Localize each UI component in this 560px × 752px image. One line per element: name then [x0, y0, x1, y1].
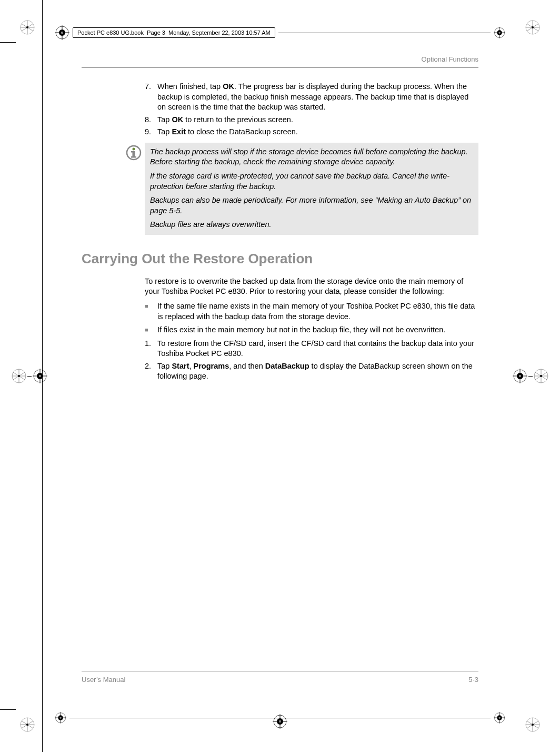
svg-rect-22 — [131, 151, 133, 153]
bullet-text: If the same file name exists in the main… — [157, 301, 478, 322]
note-para: If the storage card is write-protected, … — [150, 171, 473, 192]
page-content: Optional Functions 7. When finished, tap… — [82, 55, 478, 678]
registration-mark-icon — [525, 717, 540, 732]
bullet-icon: ■ — [145, 301, 157, 322]
print-header-box: Pocket PC e830 UG.book Page 3 Monday, Se… — [73, 27, 275, 38]
step-text: Tap OK to return to the previous screen. — [157, 115, 478, 125]
registration-mark-icon — [55, 25, 69, 40]
page-footer: User’s Manual 5-3 — [82, 671, 478, 684]
footer-rule — [69, 718, 491, 718]
step-item: 1. To restore from the CF/SD card, inser… — [145, 339, 478, 359]
step-item: 7. When finished, tap OK. The progress b… — [145, 82, 478, 113]
registration-mark-icon — [20, 20, 35, 35]
mid-right-marks — [513, 369, 548, 383]
registration-mark-icon — [494, 712, 505, 724]
info-icon — [126, 143, 145, 235]
print-header-bar: Pocket PC e830 UG.book Page 3 Monday, Se… — [55, 25, 505, 40]
crop-line — [42, 736, 43, 752]
step-number: 8. — [145, 115, 157, 125]
bullet-icon: ■ — [145, 325, 157, 335]
step-text: To restore from the CF/SD card, insert t… — [157, 339, 478, 359]
step-text: Tap Start, Programs, and then DataBackup… — [157, 361, 478, 382]
print-footer-bar — [55, 712, 505, 724]
registration-mark-icon — [513, 369, 527, 383]
note-para: Backups can also be made periodically. F… — [150, 195, 473, 216]
header-rule — [278, 33, 491, 33]
registration-mark-icon — [534, 369, 548, 383]
book-title: Pocket PC e830 UG.book — [77, 29, 144, 36]
date-time: Monday, September 22, 2003 10:57 AM — [168, 29, 271, 36]
footer-right: 5-3 — [468, 676, 478, 684]
section-heading: Carrying Out the Restore Operation — [82, 250, 478, 268]
registration-mark-icon — [494, 27, 505, 38]
step-item: 8. Tap OK to return to the previous scre… — [145, 115, 478, 125]
note-para: Backup files are always overwritten. — [150, 220, 473, 230]
step-number: 9. — [145, 127, 157, 137]
note-block: The backup process will stop if the stor… — [126, 143, 478, 235]
crop-line — [0, 42, 16, 43]
registration-mark-icon — [12, 369, 26, 383]
crop-line — [42, 0, 43, 16]
step-number: 1. — [145, 339, 157, 359]
svg-rect-23 — [131, 156, 136, 158]
registration-mark-icon — [20, 717, 35, 732]
svg-point-20 — [133, 147, 135, 150]
bullet-text: If files exist in the main memory but no… — [157, 325, 478, 335]
step-number: 7. — [145, 82, 157, 113]
step-item: 9. Tap Exit to close the DataBackup scre… — [145, 127, 478, 137]
note-body: The backup process will stop if the stor… — [145, 143, 478, 235]
intro-paragraph: To restore is to overwrite the backed up… — [145, 276, 478, 297]
bullet-item: ■ If the same file name exists in the ma… — [145, 301, 478, 322]
footer-left: User’s Manual — [82, 676, 125, 684]
note-para: The backup process will stop if the stor… — [150, 147, 473, 167]
step-item: 2. Tap Start, Programs, and then DataBac… — [145, 361, 478, 382]
registration-mark-icon — [55, 712, 66, 724]
step-text: When finished, tap OK. The progress bar … — [157, 82, 478, 113]
body-column: 7. When finished, tap OK. The progress b… — [82, 68, 478, 382]
bullet-item: ■ If files exist in the main memory but … — [145, 325, 478, 335]
crop-line — [0, 709, 16, 710]
running-head: Optional Functions — [82, 55, 478, 68]
registration-mark-icon — [525, 20, 540, 35]
step-text: Tap Exit to close the DataBackup screen. — [157, 127, 478, 137]
page-label: Page 3 — [147, 29, 165, 36]
registration-mark-icon — [33, 369, 47, 383]
mid-left-marks — [12, 369, 47, 383]
step-number: 2. — [145, 361, 157, 382]
